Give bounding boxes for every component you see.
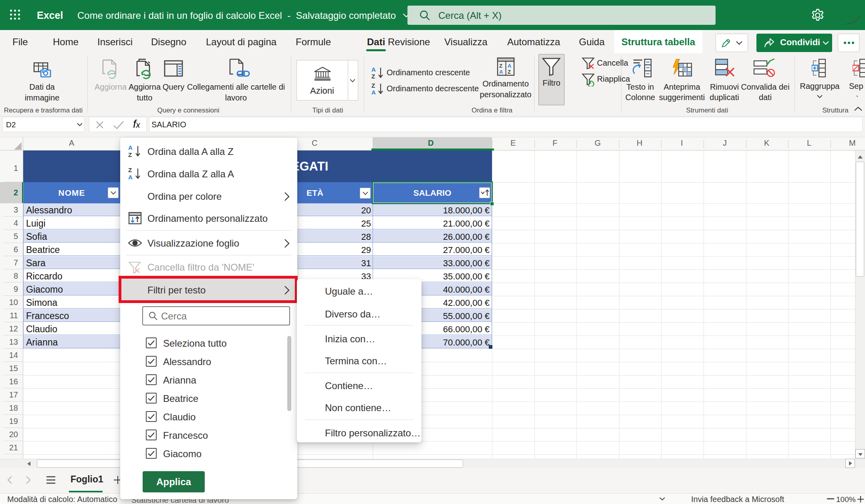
svg-text:A: A: [371, 89, 376, 95]
svg-text:A: A: [508, 63, 512, 69]
svg-text:A: A: [128, 174, 133, 181]
svg-text:A: A: [128, 145, 133, 151]
svg-text:Z: Z: [508, 69, 511, 75]
svg-text:Z: Z: [371, 82, 375, 89]
svg-text:Z: Z: [128, 151, 132, 158]
svg-text:Z: Z: [128, 167, 132, 173]
svg-text:Z: Z: [371, 73, 375, 79]
svg-text:A: A: [371, 66, 376, 73]
svg-text:Z: Z: [499, 63, 502, 69]
svg-text:A: A: [499, 69, 503, 75]
